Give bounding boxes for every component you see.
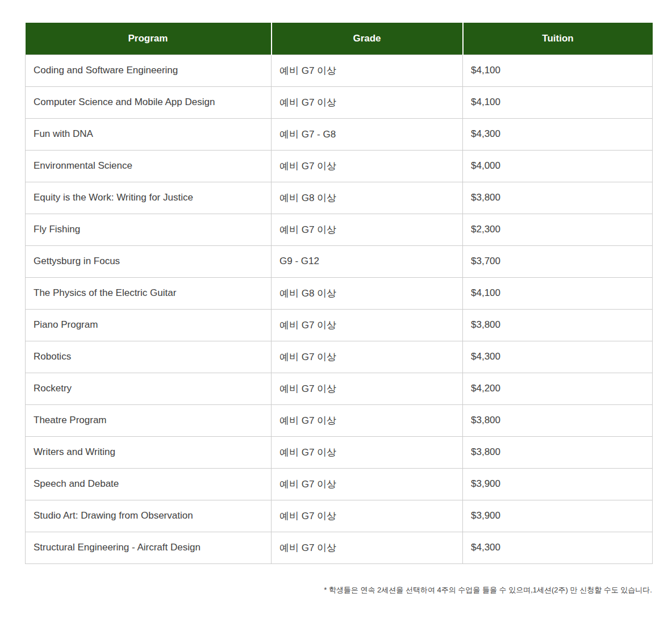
grade-cell: G9 - G12 <box>272 245 463 277</box>
program-cell: Equity is the Work: Writing for Justice <box>26 182 272 214</box>
tuition-cell: $4,100 <box>463 86 653 118</box>
table-row: Gettysburg in Focus G9 - G12 $3,700 <box>26 245 653 277</box>
footnote: * 학생들은 연속 2세션을 선택하여 4주의 수업을 들을 수 있으며,1세션… <box>25 585 652 595</box>
header-tuition: Tuition <box>463 23 653 55</box>
grade-cell: 예비 G7 - G8 <box>272 118 463 150</box>
table-row: Robotics 예비 G7 이상 $4,300 <box>26 341 653 373</box>
program-cell: Studio Art: Drawing from Observation <box>26 500 272 532</box>
grade-cell: 예비 G7 이상 <box>272 373 463 404</box>
page: Program Grade Tuition Coding and Softwar… <box>0 0 672 618</box>
table-row: The Physics of the Electric Guitar 예비 G8… <box>26 277 653 309</box>
table-row: Studio Art: Drawing from Observation 예비 … <box>26 500 653 532</box>
table-row: Speech and Debate 예비 G7 이상 $3,900 <box>26 468 653 500</box>
table-row: Equity is the Work: Writing for Justice … <box>26 182 653 214</box>
program-cell: Writers and Writing <box>26 436 272 468</box>
tuition-cell: $3,800 <box>463 404 653 436</box>
grade-cell: 예비 G7 이상 <box>272 55 463 86</box>
table-row: Environmental Science 예비 G7 이상 $4,000 <box>26 150 653 182</box>
program-cell: Fun with DNA <box>26 118 272 150</box>
tuition-cell: $3,800 <box>463 309 653 341</box>
grade-cell: 예비 G7 이상 <box>272 436 463 468</box>
tuition-cell: $3,900 <box>463 468 653 500</box>
table-row: Piano Program 예비 G7 이상 $3,800 <box>26 309 653 341</box>
program-cell: Piano Program <box>26 309 272 341</box>
grade-cell: 예비 G7 이상 <box>272 309 463 341</box>
table-row: Rocketry 예비 G7 이상 $4,200 <box>26 373 653 404</box>
table-row: Coding and Software Engineering 예비 G7 이상… <box>26 55 653 86</box>
table-row: Fun with DNA 예비 G7 - G8 $4,300 <box>26 118 653 150</box>
table-row: Fly Fishing 예비 G7 이상 $2,300 <box>26 214 653 245</box>
header-program: Program <box>26 23 272 55</box>
header-row: Program Grade Tuition <box>26 23 653 55</box>
tuition-cell: $3,700 <box>463 245 653 277</box>
grade-cell: 예비 G8 이상 <box>272 277 463 309</box>
tuition-cell: $4,000 <box>463 150 653 182</box>
table-header: Program Grade Tuition <box>26 23 653 55</box>
grade-cell: 예비 G7 이상 <box>272 214 463 245</box>
program-cell: Rocketry <box>26 373 272 404</box>
program-cell: Environmental Science <box>26 150 272 182</box>
tuition-cell: $3,800 <box>463 436 653 468</box>
program-cell: Fly Fishing <box>26 214 272 245</box>
grade-cell: 예비 G7 이상 <box>272 341 463 373</box>
header-grade: Grade <box>272 23 463 55</box>
table-row: Computer Science and Mobile App Design 예… <box>26 86 653 118</box>
table-row: Writers and Writing 예비 G7 이상 $3,800 <box>26 436 653 468</box>
table-row: Theatre Program 예비 G7 이상 $3,800 <box>26 404 653 436</box>
program-tuition-table-container: Program Grade Tuition Coding and Softwar… <box>25 23 652 564</box>
tuition-cell: $2,300 <box>463 214 653 245</box>
grade-cell: 예비 G7 이상 <box>272 404 463 436</box>
grade-cell: 예비 G7 이상 <box>272 86 463 118</box>
tuition-cell: $4,300 <box>463 341 653 373</box>
table-row: Structural Engineering - Aircraft Design… <box>26 532 653 563</box>
tuition-cell: $4,200 <box>463 373 653 404</box>
tuition-cell: $3,900 <box>463 500 653 532</box>
tuition-cell: $4,300 <box>463 118 653 150</box>
table-body: Coding and Software Engineering 예비 G7 이상… <box>26 55 653 563</box>
program-cell: Computer Science and Mobile App Design <box>26 86 272 118</box>
grade-cell: 예비 G7 이상 <box>272 468 463 500</box>
grade-cell: 예비 G7 이상 <box>272 532 463 563</box>
tuition-cell: $4,300 <box>463 532 653 563</box>
program-cell: Robotics <box>26 341 272 373</box>
program-cell: Structural Engineering - Aircraft Design <box>26 532 272 563</box>
program-tuition-table: Program Grade Tuition Coding and Softwar… <box>25 23 653 564</box>
grade-cell: 예비 G7 이상 <box>272 150 463 182</box>
program-cell: Coding and Software Engineering <box>26 55 272 86</box>
tuition-cell: $4,100 <box>463 277 653 309</box>
grade-cell: 예비 G8 이상 <box>272 182 463 214</box>
program-cell: Speech and Debate <box>26 468 272 500</box>
tuition-cell: $4,100 <box>463 55 653 86</box>
tuition-cell: $3,800 <box>463 182 653 214</box>
program-cell: Gettysburg in Focus <box>26 245 272 277</box>
program-cell: Theatre Program <box>26 404 272 436</box>
program-cell: The Physics of the Electric Guitar <box>26 277 272 309</box>
grade-cell: 예비 G7 이상 <box>272 500 463 532</box>
